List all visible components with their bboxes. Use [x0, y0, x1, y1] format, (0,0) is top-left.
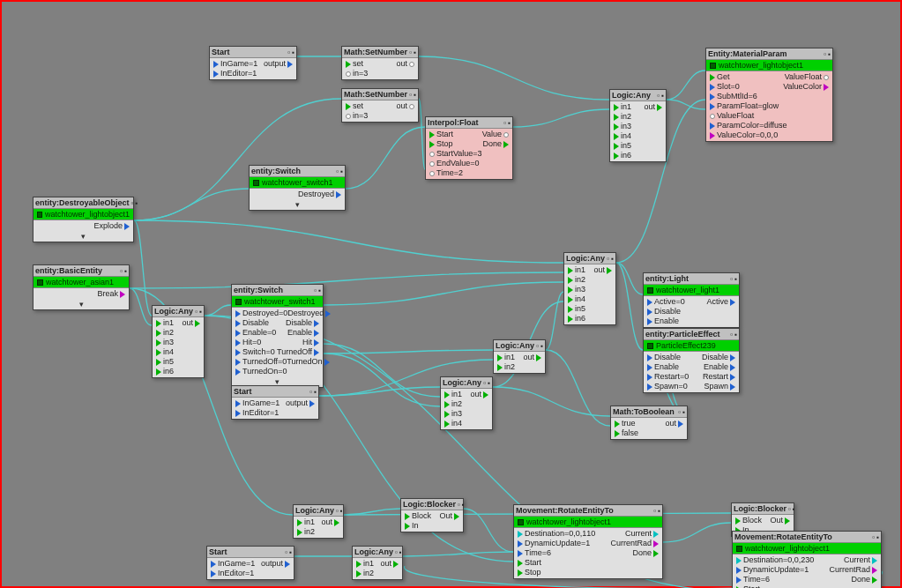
input-port-icon[interactable] — [444, 391, 450, 398]
node-minimize-icon[interactable]: ▫ — [409, 91, 412, 99]
input-port-icon[interactable] — [235, 330, 241, 337]
wire[interactable] — [546, 292, 563, 350]
wire[interactable] — [130, 288, 152, 325]
node-minimize-icon[interactable]: ▫ — [607, 255, 609, 263]
node-minimize-icon[interactable]: ▫ — [285, 548, 287, 556]
output-port-icon[interactable] — [730, 374, 735, 381]
input-port-icon[interactable] — [568, 316, 573, 323]
node-expand-icon[interactable]: ▾ — [34, 300, 129, 309]
node-title[interactable]: Logic:Any▫▪ — [153, 306, 204, 317]
node-minimize-icon[interactable]: ▫ — [730, 331, 733, 339]
node-any_top[interactable]: Logic:Any▫▪in1outin2in3in4in5in6 — [609, 89, 667, 162]
output-port-icon[interactable] — [872, 567, 877, 574]
input-port-icon[interactable] — [235, 339, 241, 346]
input-port-icon[interactable] — [356, 561, 362, 568]
node-setnum1[interactable]: Math:SetNumber▫▪setoutin=3 — [341, 46, 419, 80]
wire[interactable] — [324, 354, 440, 406]
node-minimize-icon[interactable]: ▫ — [503, 119, 506, 127]
node-rotate2[interactable]: Movement:RotateEntityTo▫▪watchtower_ligh… — [732, 531, 882, 588]
wire[interactable] — [346, 127, 425, 189]
node-minimize-icon[interactable]: ▫ — [395, 548, 398, 556]
input-port-icon[interactable] — [156, 359, 161, 366]
wire[interactable] — [134, 220, 563, 263]
node-title[interactable]: Logic:Blocker▫▪ — [732, 503, 794, 515]
wire[interactable] — [134, 189, 249, 220]
node-expand-icon[interactable]: ▾ — [250, 200, 345, 210]
input-port-icon[interactable] — [647, 364, 652, 371]
wire[interactable] — [616, 263, 643, 294]
node-title[interactable]: Logic:Any▫▪ — [294, 505, 343, 517]
output-port-icon[interactable] — [195, 320, 200, 327]
input-port-icon[interactable] — [647, 318, 652, 325]
wire[interactable] — [324, 282, 563, 305]
input-port-icon[interactable] — [568, 296, 573, 303]
wire[interactable] — [134, 220, 152, 316]
node-matparam[interactable]: Entity:MaterialParam▫▪watchtower_lightob… — [705, 48, 833, 142]
node-title[interactable]: entity:Switch▫▪ — [250, 166, 345, 177]
entity-bar[interactable]: watchtower_lightobject1 — [706, 60, 832, 71]
node-minimize-icon[interactable]: ▫ — [653, 507, 656, 515]
node-minimize-icon[interactable]: ▫ — [678, 408, 681, 416]
node-close-icon[interactable]: ▪ — [135, 199, 138, 207]
node-title[interactable]: Interpol:Float▫▪ — [426, 117, 512, 129]
output-port-icon[interactable] — [483, 391, 488, 398]
output-port-icon[interactable] — [678, 421, 683, 428]
node-title[interactable]: Start▫▪ — [210, 47, 296, 58]
input-port-icon[interactable] — [710, 84, 715, 91]
wire[interactable] — [663, 523, 731, 542]
entity-bar[interactable]: watchtower_switch1 — [232, 296, 323, 308]
node-title[interactable]: Logic:Any▫▪ — [494, 340, 545, 352]
wire[interactable] — [667, 100, 705, 109]
input-port-icon[interactable] — [518, 569, 523, 577]
wire[interactable] — [513, 109, 609, 127]
input-port-icon[interactable] — [647, 309, 652, 316]
output-port-icon[interactable] — [607, 267, 612, 274]
output-port-icon[interactable] — [730, 383, 735, 391]
node-any_left[interactable]: Logic:Any▫▪in1outin2in3in4in5in6 — [152, 305, 205, 378]
node-interp[interactable]: Interpol:Float▫▪StartValueStopDoneStartV… — [425, 116, 513, 180]
input-port-icon[interactable] — [297, 529, 302, 536]
node-close-icon[interactable]: ▪ — [318, 287, 321, 294]
input-port-icon[interactable] — [346, 71, 351, 77]
node-close-icon[interactable]: ▪ — [734, 275, 737, 283]
node-start3[interactable]: Start▫▪InGame=1outputInEditor=1 — [206, 546, 294, 580]
node-expand-icon[interactable]: ▾ — [34, 232, 133, 242]
node-close-icon[interactable]: ▪ — [876, 533, 879, 541]
input-port-icon[interactable] — [710, 103, 715, 110]
node-minimize-icon[interactable]: ▫ — [458, 501, 460, 509]
output-port-icon[interactable] — [287, 61, 293, 68]
node-title[interactable]: entity:DestroyableObject▫▪ — [34, 197, 133, 209]
input-port-icon[interactable] — [211, 570, 216, 577]
output-port-icon[interactable] — [454, 513, 459, 520]
input-port-icon[interactable] — [235, 310, 241, 317]
input-port-icon[interactable] — [444, 421, 450, 428]
node-minimize-icon[interactable]: ▫ — [120, 267, 123, 275]
node-close-icon[interactable]: ▪ — [414, 91, 416, 99]
node-minimize-icon[interactable]: ▫ — [287, 48, 290, 56]
wire[interactable] — [344, 509, 400, 515]
input-port-icon[interactable] — [518, 550, 523, 557]
node-minimize-icon[interactable]: ▫ — [336, 507, 339, 515]
wire[interactable] — [324, 350, 493, 354]
input-port-icon[interactable] — [444, 401, 450, 408]
entity-bar[interactable]: watchtower_lightobject1 — [733, 543, 881, 555]
node-setnum2[interactable]: Math:SetNumber▫▪setoutin=3 — [341, 88, 419, 123]
node-switch_small[interactable]: entity:Switch▫▪watchtower_switch1Destroy… — [249, 165, 346, 211]
input-port-icon[interactable] — [614, 133, 619, 140]
node-switch_big[interactable]: entity:Switch▫▪watchtower_switch1Destroy… — [231, 284, 324, 388]
node-close-icon[interactable]: ▪ — [661, 92, 664, 100]
input-port-icon[interactable] — [213, 61, 219, 68]
input-port-icon[interactable] — [235, 400, 241, 407]
node-any_ctr1[interactable]: Logic:Any▫▪in1outin2 — [493, 339, 546, 374]
output-port-icon[interactable] — [503, 132, 509, 138]
node-title[interactable]: Movement:RotateEntityTo▫▪ — [733, 532, 881, 543]
output-port-icon[interactable] — [309, 400, 315, 407]
output-port-icon[interactable] — [653, 550, 659, 557]
node-title[interactable]: Logic:Any▫▪ — [441, 377, 492, 389]
output-port-icon[interactable] — [393, 561, 399, 568]
node-any_sm[interactable]: Logic:Any▫▪in1outin2 — [293, 504, 344, 539]
input-port-icon[interactable] — [568, 267, 573, 274]
node-minimize-icon[interactable]: ▫ — [788, 505, 791, 513]
input-port-icon[interactable] — [346, 114, 351, 119]
input-port-icon[interactable] — [736, 557, 742, 564]
